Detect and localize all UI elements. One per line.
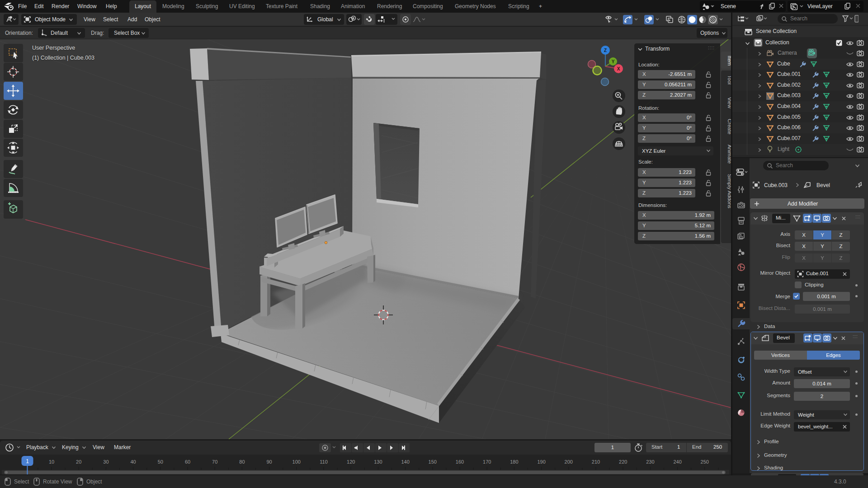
- svg-text:Z: Z: [604, 48, 607, 53]
- svg-text:Tool: Tool: [727, 75, 731, 84]
- svg-text:170: 170: [483, 459, 491, 465]
- svg-text:200: 200: [565, 459, 573, 465]
- svg-text:90: 90: [266, 459, 272, 465]
- svg-text:80: 80: [239, 459, 245, 465]
- svg-text:220: 220: [619, 459, 627, 465]
- svg-text:Y: Y: [612, 59, 615, 64]
- svg-text:Animate: Animate: [727, 145, 731, 164]
- svg-text:130: 130: [374, 459, 382, 465]
- svg-text:50: 50: [158, 459, 163, 465]
- svg-text:230: 230: [646, 459, 654, 465]
- svg-text:210: 210: [592, 459, 600, 465]
- svg-text:40: 40: [130, 459, 136, 465]
- svg-text:1: 1: [26, 458, 29, 465]
- svg-text:X: X: [617, 66, 620, 71]
- svg-text:190: 190: [537, 459, 545, 465]
- svg-text:View: View: [727, 97, 731, 108]
- svg-text:60: 60: [185, 459, 190, 465]
- svg-text:100: 100: [292, 459, 301, 465]
- svg-text:10: 10: [49, 459, 54, 465]
- svg-text:Create: Create: [727, 119, 731, 135]
- svg-text:20: 20: [76, 459, 81, 465]
- svg-text:70: 70: [212, 459, 217, 465]
- svg-text:110: 110: [320, 459, 328, 465]
- svg-text:Simply Addons: Simply Addons: [727, 174, 731, 208]
- svg-text:140: 140: [401, 459, 409, 465]
- svg-text:240: 240: [673, 459, 681, 465]
- svg-text:Item: Item: [727, 56, 731, 66]
- svg-text:180: 180: [510, 459, 518, 465]
- svg-text:30: 30: [103, 459, 108, 465]
- svg-text:150: 150: [429, 459, 437, 465]
- svg-text:120: 120: [347, 459, 355, 465]
- svg-text:250: 250: [701, 459, 709, 465]
- svg-text:160: 160: [456, 459, 464, 465]
